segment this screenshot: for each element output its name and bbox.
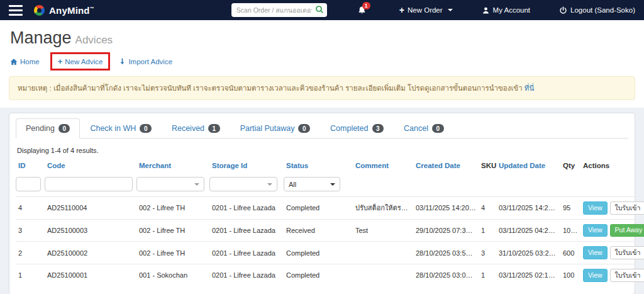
storage-filter-select[interactable]	[209, 177, 277, 191]
cell-created: 29/10/2025 07:39:42	[413, 219, 479, 242]
new-advice-link[interactable]: + New Advice	[58, 57, 103, 65]
column-header-created-date[interactable]: Created Date	[413, 157, 479, 174]
cell-qty: 100	[560, 264, 580, 286]
cell-storage: 0201 - Lifree Lazada	[209, 264, 284, 286]
scan-order-search	[231, 3, 327, 17]
table-header-row: IDCodeMerchantStorage IdStatusCommentCre…	[16, 157, 636, 174]
cell-actions: Viewใบรับเข้า	[580, 197, 636, 220]
cell-merchant: 001 - Sokochan	[136, 264, 209, 286]
tab-pending[interactable]: Pending0	[16, 118, 80, 139]
page-subtitle: Advices	[75, 34, 113, 46]
cell-actions: ViewPut Away	[580, 219, 636, 242]
notification-badge: 1	[362, 2, 370, 9]
table-row: 2AD25100002002 - Lifree TH0201 - Lifree …	[16, 242, 636, 264]
tab-cancel[interactable]: Cancel0	[394, 118, 453, 139]
cell-updated: 03/11/2025 02:18:41	[496, 264, 560, 286]
put-away-button[interactable]: Put Away	[610, 224, 644, 237]
column-header-code[interactable]: Code	[45, 157, 136, 174]
column-header-status[interactable]: Status	[284, 157, 353, 174]
tab-count-badge: 1	[208, 124, 220, 133]
cell-comment: Test	[353, 219, 413, 242]
view-button[interactable]: View	[583, 224, 608, 237]
chevron-down-icon	[267, 183, 272, 186]
brand-logo[interactable]: AnyMind™	[34, 5, 94, 16]
search-icon[interactable]	[315, 5, 324, 14]
merchant-filter-select[interactable]	[136, 177, 204, 191]
code-filter-input[interactable]	[45, 177, 133, 191]
cell-merchant: 002 - Lifree TH	[136, 197, 209, 220]
status-filter-select[interactable]: All	[284, 177, 340, 191]
view-button[interactable]: View	[583, 246, 608, 259]
tab-partial-putaway[interactable]: Partial Putaway0	[230, 118, 320, 139]
tab-label: Partial Putaway	[240, 124, 295, 133]
page-title: Manage	[10, 28, 72, 47]
page-header: ManageAdvices Home + New Advice Import A…	[0, 20, 644, 108]
tab-label: Pending	[26, 124, 55, 133]
cell-updated: 03/11/2025 14:27:33	[496, 197, 560, 220]
cell-code: AD25110004	[45, 197, 136, 220]
cell-qty: 1000	[560, 219, 580, 242]
chevron-down-icon	[448, 9, 453, 11]
column-header-qty: Qty	[560, 157, 580, 174]
column-header-storage-id[interactable]: Storage Id	[209, 157, 284, 174]
tab-completed[interactable]: Completed3	[320, 118, 394, 139]
tab-bar: Pending0Check in WH0Received1Partial Put…	[16, 118, 628, 139]
cell-id: 3	[16, 219, 45, 242]
column-header-updated-date[interactable]: Updated Date	[496, 157, 560, 174]
tab-count-badge: 0	[432, 124, 444, 133]
tab-label: Cancel	[404, 124, 428, 133]
red-annotation-box: + New Advice	[50, 52, 111, 71]
id-filter-input[interactable]	[16, 177, 41, 191]
column-header-actions: Actions	[580, 157, 636, 174]
notifications-button[interactable]: 1	[357, 6, 367, 15]
download-arrow-icon	[119, 58, 126, 65]
table-row: 3AD25100003002 - Lifree TH0201 - Lifree …	[16, 219, 636, 242]
cell-merchant: 002 - Lifree TH	[136, 219, 209, 242]
cell-comment	[353, 264, 413, 286]
cell-storage: 0201 - Lifree Lazada	[209, 219, 284, 242]
cell-status: Received	[284, 219, 353, 242]
notice-here-link[interactable]: ที่นี่	[525, 84, 534, 92]
column-header-merchant[interactable]: Merchant	[136, 157, 209, 174]
advices-card: Pending0Check in WH0Received1Partial Put…	[9, 113, 635, 294]
table-row: 1AD25100001001 - Sokochan0201 - Lifree L…	[16, 264, 636, 286]
page-action-links: Home + New Advice Import Advice	[10, 57, 634, 65]
status-filter-value: All	[289, 181, 296, 188]
content-area: Pending0Check in WH0Received1Partial Put…	[0, 108, 644, 294]
cell-code: AD25100002	[45, 242, 136, 264]
receipt-button[interactable]: ใบรับเข้า	[610, 246, 644, 259]
cell-updated: 03/11/2025 04:23:59	[496, 219, 560, 242]
cell-updated: 31/10/2025 03:26:39	[496, 242, 560, 264]
column-header-comment[interactable]: Comment	[353, 157, 413, 174]
cell-sku: 3	[479, 242, 496, 264]
import-advice-link[interactable]: Import Advice	[119, 58, 172, 65]
power-icon	[559, 6, 567, 14]
cell-id: 4	[16, 197, 45, 220]
cell-code: AD25100003	[45, 219, 136, 242]
new-order-button[interactable]: + New Order	[399, 6, 453, 14]
hamburger-menu-icon[interactable]	[9, 5, 23, 16]
cell-qty: 95	[560, 197, 580, 220]
receipt-button[interactable]: ใบรับเข้า	[610, 269, 644, 282]
brand-name: AnyMind™	[49, 5, 94, 16]
tab-label: Completed	[330, 124, 368, 133]
tab-check-in-wh[interactable]: Check in WH0	[80, 118, 162, 139]
home-link[interactable]: Home	[10, 58, 40, 65]
tab-received[interactable]: Received1	[162, 118, 230, 139]
notice-text: หมายเหตุ : เมื่อส่งสินค้ามาที่โกดัง เราจ…	[18, 84, 523, 92]
tab-count-badge: 3	[372, 124, 384, 133]
logout-button[interactable]: Logout (Sand-Soko)	[559, 6, 635, 14]
tab-count-badge: 0	[58, 124, 70, 133]
receipt-button[interactable]: ใบรับเข้า	[610, 201, 644, 215]
column-header-id[interactable]: ID	[16, 157, 45, 174]
tab-count-badge: 0	[298, 124, 310, 133]
search-input[interactable]	[231, 3, 327, 17]
plus-icon: +	[58, 57, 63, 65]
my-account-button[interactable]: My Account	[482, 6, 530, 14]
table-row: 4AD25110004002 - Lifree TH0201 - Lifree …	[16, 197, 636, 220]
view-button[interactable]: View	[583, 269, 608, 282]
cell-created: 03/11/2025 14:20:46	[413, 197, 479, 220]
table-filter-row: All	[16, 174, 636, 197]
view-button[interactable]: View	[583, 201, 608, 215]
cell-status: Completed	[284, 264, 353, 286]
